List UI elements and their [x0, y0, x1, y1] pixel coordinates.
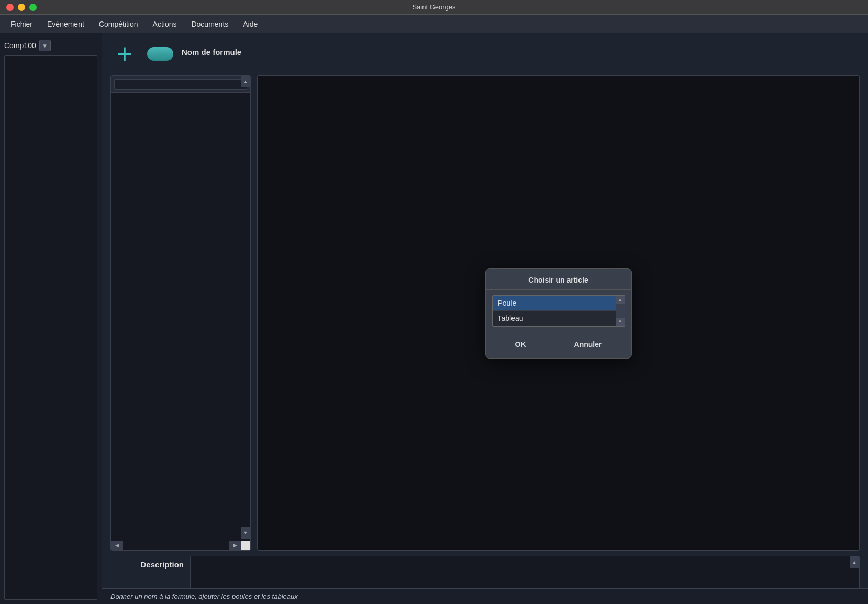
canvas-area: Choisir un article Poule Tableau ▲ ▼ [257, 75, 860, 551]
scroll-left-button[interactable]: ◀ [111, 541, 123, 550]
description-label: Description [110, 556, 184, 569]
menu-actions[interactable]: Actions [147, 18, 183, 30]
scroll-corner [241, 541, 250, 550]
sidebar: Comp100 ▼ [0, 33, 102, 604]
menu-documents[interactable]: Documents [185, 18, 235, 30]
close-button[interactable] [6, 4, 14, 11]
scroll-up-button[interactable]: ▲ [241, 76, 250, 87]
formula-name-label: Nom de formule [182, 48, 860, 57]
remove-button[interactable] [147, 47, 173, 61]
formula-list-panel: ▲ ▼ ◀ ▶ [110, 75, 251, 551]
dialog-item-tableau[interactable]: Tableau [493, 311, 625, 326]
dialog-buttons: OK Annuler [486, 332, 631, 358]
description-scroll-up[interactable]: ▲ [850, 556, 859, 568]
list-scroll-up[interactable]: ▲ [616, 296, 625, 304]
dropdown-arrow[interactable]: ▼ [39, 40, 51, 51]
scroll-right-button[interactable]: ▶ [229, 541, 241, 550]
menu-aide[interactable]: Aide [237, 18, 264, 30]
description-area: ▲ [190, 556, 860, 592]
list-scroll-down[interactable]: ▼ [616, 318, 625, 326]
ok-button[interactable]: OK [507, 338, 535, 351]
formula-underline [182, 60, 860, 60]
menu-evenement[interactable]: Evénement [41, 18, 91, 30]
plus-icon: + [117, 40, 132, 68]
choose-article-dialog: Choisir un article Poule Tableau ▲ ▼ [485, 268, 632, 359]
dialog-body: Poule Tableau ▲ ▼ [486, 290, 631, 332]
window-title: Saint Georges [412, 3, 455, 11]
list-search-input[interactable] [114, 79, 247, 90]
list-header [111, 76, 250, 93]
content-row: ▲ ▼ ◀ ▶ Choisir un article Poule Tableau [110, 75, 860, 551]
dialog-item-poule[interactable]: Poule [493, 296, 625, 311]
main-content: Comp100 ▼ + Nom de formule ▲ [0, 33, 868, 604]
list-scrollbar: ▲ ▼ [616, 296, 625, 326]
add-button[interactable]: + [110, 40, 139, 68]
titlebar: Saint Georges [0, 0, 868, 15]
dialog-title: Choisir un article [486, 269, 631, 290]
menu-competition[interactable]: Compétition [93, 18, 144, 30]
minimize-button[interactable] [18, 4, 25, 11]
status-bar: Donner un nom à la formule, ajouter les … [102, 588, 868, 604]
maximize-button[interactable] [29, 4, 37, 11]
scroll-down-button[interactable]: ▼ [241, 527, 250, 539]
menubar: Fichier Evénement Compétition Actions Do… [0, 15, 868, 33]
dialog-overlay: Choisir un article Poule Tableau ▲ ▼ [258, 76, 859, 550]
toolbar: + Nom de formule [110, 40, 860, 68]
cancel-button[interactable]: Annuler [566, 338, 610, 351]
window-controls [6, 4, 37, 11]
right-panel: + Nom de formule ▲ ▼ ◀ ▶ [102, 33, 868, 604]
competition-label: Comp100 [4, 41, 36, 50]
status-text: Donner un nom à la formule, ajouter les … [110, 592, 298, 600]
menu-fichier[interactable]: Fichier [4, 18, 39, 30]
dialog-list: Poule Tableau ▲ ▼ [492, 295, 625, 327]
sidebar-list [4, 55, 97, 600]
formula-section: Nom de formule [182, 48, 860, 60]
sidebar-dropdown: Comp100 ▼ [4, 40, 97, 51]
